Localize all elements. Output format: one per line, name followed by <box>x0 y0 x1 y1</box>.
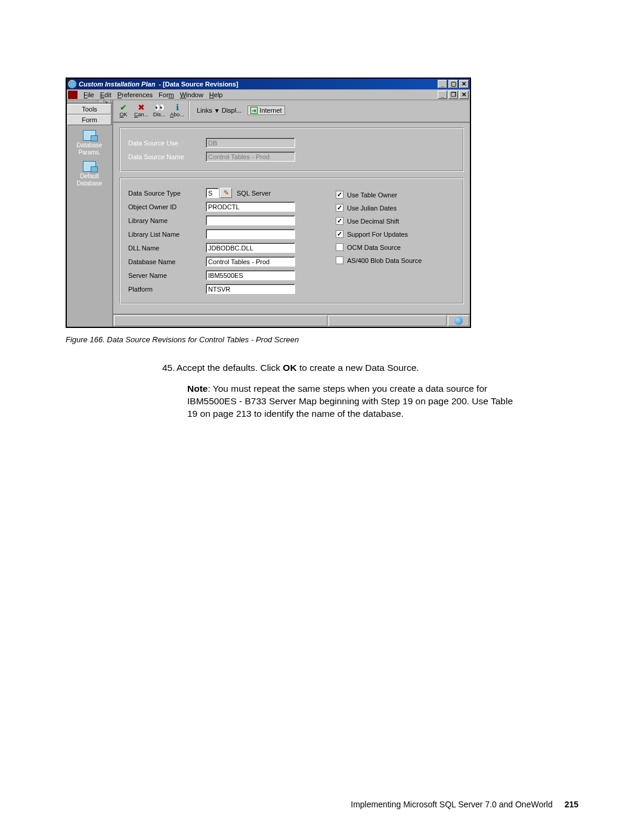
platform-label: Platform <box>128 286 206 293</box>
globe-icon <box>454 317 463 325</box>
data-source-name-label: Data Source Name <box>128 153 206 160</box>
flashlight-icon: ✎ <box>224 189 229 197</box>
use-decimal-shift-checkbox[interactable]: ✓ <box>336 217 343 225</box>
step-number: 45. <box>162 362 177 374</box>
x-icon: ✖ <box>138 103 145 112</box>
platform-field[interactable] <box>206 284 295 294</box>
db-params-icon <box>83 130 96 141</box>
use-table-owner-checkbox[interactable]: ✓ <box>336 191 343 199</box>
ocm-data-source-label: OCM Data Source <box>347 244 401 251</box>
sidebar-item-label: Database Params. <box>67 142 112 156</box>
sidebar-item-db-params[interactable]: Database Params. <box>67 128 112 156</box>
title-bar: 🌐 Custom Installation Plan - [Data Sourc… <box>67 79 470 89</box>
use-julian-dates-checkbox[interactable]: ✓ <box>336 204 343 212</box>
library-list-name-field[interactable] <box>206 229 295 239</box>
mdi-restore-button[interactable]: ❐ <box>448 91 458 99</box>
ocm-data-source-checkbox[interactable] <box>336 243 343 251</box>
form-tab[interactable]: Form <box>67 114 112 125</box>
menu-file[interactable]: File <box>83 91 94 98</box>
minimize-button[interactable]: _ <box>438 80 447 88</box>
arrow-right-icon: ➜ <box>250 107 258 114</box>
chevron-down-icon: ▼ <box>214 107 220 114</box>
footer-text: Implementing Microsoft SQL Server 7.0 an… <box>351 800 552 809</box>
picker-button[interactable]: ✎ <box>220 188 232 198</box>
use-table-owner-label: Use Table Owner <box>347 191 397 199</box>
data-source-name-field <box>206 151 295 162</box>
data-source-use-label: Data Source Use <box>128 140 206 147</box>
as400-blob-label: AS/400 Blob Data Source <box>347 257 422 264</box>
database-name-label: Database Name <box>128 258 206 265</box>
tools-tab[interactable]: Tools <box>67 104 112 114</box>
default-db-icon <box>83 161 96 172</box>
database-name-field[interactable] <box>206 256 295 267</box>
check-icon: ✔ <box>120 103 127 112</box>
menu-window[interactable]: Window <box>180 91 203 98</box>
library-list-name-label: Library List Name <box>128 231 206 238</box>
app-window: 🌐 Custom Installation Plan - [Data Sourc… <box>66 78 471 328</box>
title-sub: - [Data Source Revisions] <box>159 80 238 88</box>
readonly-group: Data Source Use Data Source Name <box>119 128 464 172</box>
ok-button[interactable]: ✔OK <box>116 103 131 117</box>
about-button[interactable]: ℹAbo... <box>169 103 185 117</box>
support-updates-label: Support For Updates <box>347 231 408 238</box>
app-title: Custom Installation Plan <box>79 80 155 88</box>
app-icon: 🌐 <box>68 80 76 88</box>
tool-panel: × Tools Form Database Params. Default Da… <box>67 100 113 327</box>
figure-caption: Figure 166. Data Source Revisions for Co… <box>66 335 578 344</box>
server-name-field[interactable] <box>206 270 295 280</box>
page-footer: Implementing Microsoft SQL Server 7.0 an… <box>351 800 578 809</box>
use-decimal-shift-label: Use Decimal Shift <box>347 218 399 225</box>
data-source-type-field[interactable] <box>206 188 219 198</box>
menu-help[interactable]: Help <box>209 91 223 98</box>
internet-button[interactable]: ➜Internet <box>247 106 284 115</box>
maximize-button[interactable]: ▢ <box>448 80 458 88</box>
support-updates-checkbox[interactable]: ✓ <box>336 230 343 238</box>
status-bar <box>113 314 470 327</box>
cancel-button[interactable]: ✖Can... <box>134 103 149 117</box>
mdi-minimize-button[interactable]: _ <box>438 91 447 99</box>
step-45: 45.Accept the defaults. Click OK to crea… <box>173 362 578 374</box>
data-source-type-label: Data Source Type <box>128 190 206 197</box>
library-name-label: Library Name <box>128 217 206 224</box>
menu-edit[interactable]: Edit <box>100 91 112 98</box>
doc-icon <box>68 91 78 99</box>
menu-preferences[interactable]: Preferences <box>117 91 153 98</box>
page-number: 215 <box>565 800 578 809</box>
sidebar-item-default-db[interactable]: Default Database <box>67 159 112 187</box>
links-dropdown[interactable]: Links ▼ Displ... <box>193 107 245 114</box>
sidebar-item-label: Default Database <box>67 173 112 187</box>
data-source-use-field <box>206 138 295 148</box>
dll-name-label: DLL Name <box>128 244 206 252</box>
object-owner-id-field[interactable] <box>206 202 295 212</box>
data-source-type-text: SQL Server <box>237 190 271 197</box>
dll-name-field[interactable] <box>206 243 295 253</box>
binoculars-icon: 👀 <box>154 103 165 112</box>
note-paragraph: Note: You must repeat the same steps whe… <box>187 383 521 420</box>
object-owner-id-label: Object Owner ID <box>128 203 206 210</box>
server-name-label: Server Name <box>128 272 206 279</box>
close-button[interactable]: ✕ <box>459 80 469 88</box>
use-julian-dates-label: Use Julian Dates <box>347 205 397 212</box>
toolbar: ✔OK ✖Can... 👀Dis... ℹAbo... Links ▼ Disp… <box>113 100 470 123</box>
data-group: Data Source Type ✎ SQL Server Object Own… <box>119 178 464 304</box>
menu-bar: File Edit Preferences Form Window Help _… <box>67 89 470 100</box>
menu-form[interactable]: Form <box>159 91 174 98</box>
as400-blob-checkbox[interactable] <box>336 256 343 264</box>
mdi-close-button[interactable]: ✕ <box>459 91 469 99</box>
library-name-field[interactable] <box>206 215 295 225</box>
display-button[interactable]: 👀Dis... <box>151 103 167 117</box>
info-icon: ℹ <box>176 103 179 112</box>
